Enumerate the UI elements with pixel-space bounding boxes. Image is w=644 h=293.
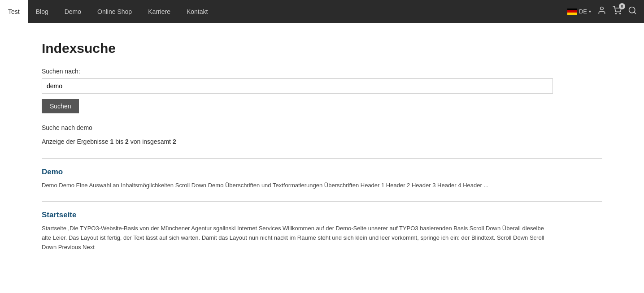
cart-count-badge: 0 [619, 3, 625, 9]
result-title-2[interactable]: Startseite [42, 211, 602, 220]
language-chevron-icon: ▾ [589, 9, 591, 14]
result-block-1: Demo Demo Demo Eine Auswahl an Inhaltsmö… [42, 168, 602, 190]
svg-point-2 [620, 13, 621, 14]
search-result-info-line1: Suche nach demo [42, 122, 602, 134]
nav-item-test[interactable]: Test [0, 0, 28, 23]
result-snippet-2: Startseite ,Die TYPO3-Website-Basis von … [42, 224, 553, 252]
search-icon[interactable] [628, 6, 637, 17]
search-result-info-line2: Anzeige der Ergebnisse 1 bis 2 von insge… [42, 136, 602, 147]
nav-item-kontakt[interactable]: Kontakt [178, 0, 216, 23]
result-snippet-1: Demo Demo Eine Auswahl an Inhaltsmöglich… [42, 181, 553, 190]
divider-1 [42, 158, 602, 159]
cart-icon[interactable]: 0 [613, 6, 622, 17]
result-block-2: Startseite Startseite ,Die TYPO3-Website… [42, 211, 602, 252]
nav-item-demo[interactable]: Demo [57, 0, 89, 23]
nav-item-karriere[interactable]: Karriere [140, 0, 178, 23]
svg-point-1 [616, 13, 617, 14]
german-flag-icon [567, 9, 577, 15]
search-button[interactable]: Suchen [42, 99, 79, 113]
divider-2 [42, 201, 602, 202]
nav-left: Test Blog Demo Online Shop Karriere Kont… [0, 0, 216, 23]
language-selector[interactable]: DE ▾ [567, 8, 591, 15]
user-icon[interactable] [597, 6, 606, 17]
search-label: Suchen nach: [42, 68, 602, 75]
main-content: Indexsuche Suchen nach: Suchen Suche nac… [33, 23, 611, 273]
nav-item-online-shop[interactable]: Online Shop [89, 0, 140, 23]
main-navigation: Test Blog Demo Online Shop Karriere Kont… [0, 0, 644, 23]
page-title: Indexsuche [42, 41, 602, 56]
language-label: DE [579, 8, 587, 15]
svg-point-0 [600, 7, 604, 10]
nav-item-blog[interactable]: Blog [28, 0, 57, 23]
result-title-1[interactable]: Demo [42, 168, 602, 177]
nav-right: DE ▾ 0 [560, 0, 644, 23]
search-input[interactable] [42, 78, 553, 94]
svg-line-4 [634, 12, 636, 14]
